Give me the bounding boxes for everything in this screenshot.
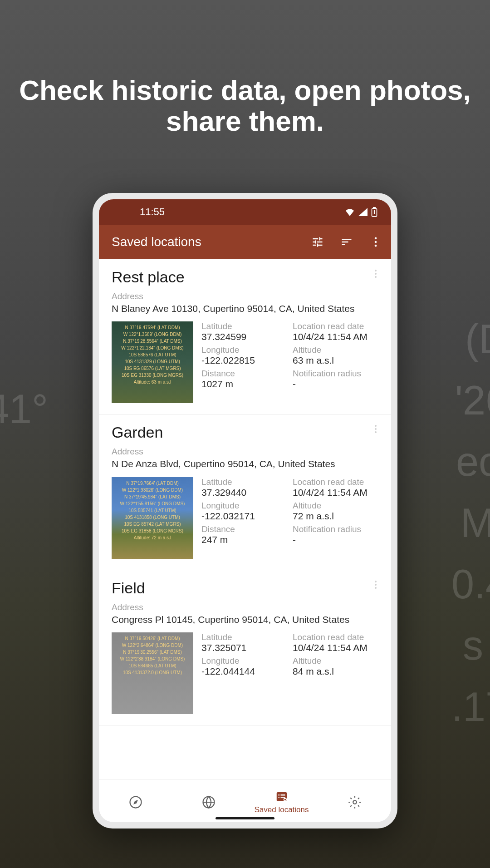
svg-point-9 [375,428,377,430]
location-title: Field [112,579,378,597]
tune-icon [311,236,324,248]
nav-compass[interactable] [99,795,172,809]
readdate-value: 10/4/24 11:54 AM [293,642,378,653]
altitude-label: Altitude [293,345,378,355]
svg-point-6 [375,273,377,275]
svg-point-22 [284,799,286,800]
latitude-label: Latitude [201,477,287,487]
radius-label: Notification radius [293,524,378,534]
svg-point-11 [375,581,377,582]
address-label: Address [112,602,378,612]
signal-icon [358,208,368,216]
more-vert-icon [370,268,381,279]
phone-frame: 11:55 Saved locations [93,193,397,829]
app-bar: Saved locations [99,225,391,259]
status-bar: 11:55 [99,199,391,225]
filter-button[interactable] [309,234,326,250]
radius-value: - [293,379,378,390]
readdate-label: Location read date [293,477,378,487]
location-title: Rest place [112,268,378,286]
address-label: Address [112,291,378,301]
longitude-value: -122.022815 [201,355,287,366]
address-value: Congress Pl 10145, Cupertino 95014, CA, … [112,613,378,626]
latitude-label: Latitude [201,321,287,331]
altitude-label: Altitude [293,656,378,666]
sort-icon [340,236,353,248]
location-card[interactable]: Rest place Address N Blaney Ave 10130, C… [99,259,391,414]
more-vert-icon [370,579,381,590]
svg-point-3 [375,241,377,243]
location-thumbnail[interactable]: N 37°19.7664' (LAT DDM)W 122°1.93026' (L… [112,477,193,559]
card-menu-button[interactable] [370,579,381,592]
readdate-label: Location read date [293,632,378,642]
bg-decor-text: (D'26eciM)0.4s (.17 [451,309,490,738]
home-indicator [216,817,274,819]
location-title: Garden [112,424,378,441]
globe-icon [202,795,216,809]
svg-rect-1 [373,207,375,208]
distance-value: 1027 m [201,379,287,390]
svg-point-8 [375,425,377,427]
svg-point-5 [375,270,377,271]
wifi-icon [345,208,355,216]
altitude-label: Altitude [293,501,378,511]
radius-value: - [293,534,378,545]
latitude-value: 37.329440 [201,487,287,498]
status-time: 11:55 [140,206,165,218]
readdate-value: 10/4/24 11:54 AM [293,331,378,342]
altitude-value: 84 m a.s.l [293,666,378,677]
overflow-button[interactable] [368,234,384,250]
nav-saved-locations[interactable]: Saved locations [245,790,318,814]
nav-globe[interactable] [172,795,245,809]
content-list[interactable]: Rest place Address N Blaney Ave 10130, C… [99,259,391,779]
longitude-label: Longitude [201,345,287,355]
distance-label: Distance [201,369,287,379]
svg-point-4 [375,245,377,247]
svg-rect-20 [280,797,285,798]
card-menu-button[interactable] [370,268,381,281]
radius-label: Notification radius [293,369,378,379]
altitude-value: 63 m a.s.l [293,355,378,366]
status-icons [345,207,377,217]
latitude-value: 37.324599 [201,331,287,342]
readdate-label: Location read date [293,321,378,331]
longitude-label: Longitude [201,656,287,666]
more-vert-icon [369,236,382,248]
svg-point-2 [375,237,377,240]
bottom-nav: Saved locations [99,779,391,822]
altitude-value: 72 m a.s.l [293,511,378,522]
gear-icon [348,795,362,809]
longitude-value: -122.044144 [201,666,287,677]
longitude-label: Longitude [201,501,287,511]
nav-settings[interactable] [318,795,391,809]
distance-label: Distance [201,524,287,534]
battery-icon [371,207,377,217]
address-value: N De Anza Blvd, Cupertino 95014, CA, Uni… [112,458,378,470]
svg-point-7 [375,276,377,278]
phone-screen: 11:55 Saved locations [99,199,391,822]
svg-point-13 [375,587,377,589]
card-menu-button[interactable] [370,424,381,436]
location-card[interactable]: Field Address Congress Pl 10145, Cuperti… [99,570,391,725]
svg-point-12 [375,584,377,586]
list-icon [275,790,289,804]
svg-rect-19 [278,797,279,798]
bg-decor-text: 41° [0,386,48,433]
readdate-value: 10/4/24 11:54 AM [293,487,378,498]
nav-saved-label: Saved locations [254,805,309,814]
latitude-label: Latitude [201,632,287,642]
address-value: N Blaney Ave 10130, Cupertino 95014, CA,… [112,302,378,315]
location-thumbnail[interactable]: N 37°19.50426' (LAT DDM)W 122°2.64864' (… [112,632,193,714]
svg-rect-17 [278,794,279,796]
sort-button[interactable] [338,234,355,250]
location-thumbnail[interactable]: N 37°19.47594' (LAT DDM)W 122°1.3689' (L… [112,321,193,403]
more-vert-icon [370,424,381,434]
location-card[interactable]: Garden Address N De Anza Blvd, Cupertino… [99,414,391,570]
address-label: Address [112,447,378,457]
promo-headline: Check historic data, open photos, share … [0,75,490,137]
svg-rect-18 [280,794,285,796]
svg-point-10 [375,431,377,433]
distance-value: 247 m [201,534,287,545]
latitude-value: 37.325071 [201,642,287,653]
app-bar-title: Saved locations [112,235,309,249]
